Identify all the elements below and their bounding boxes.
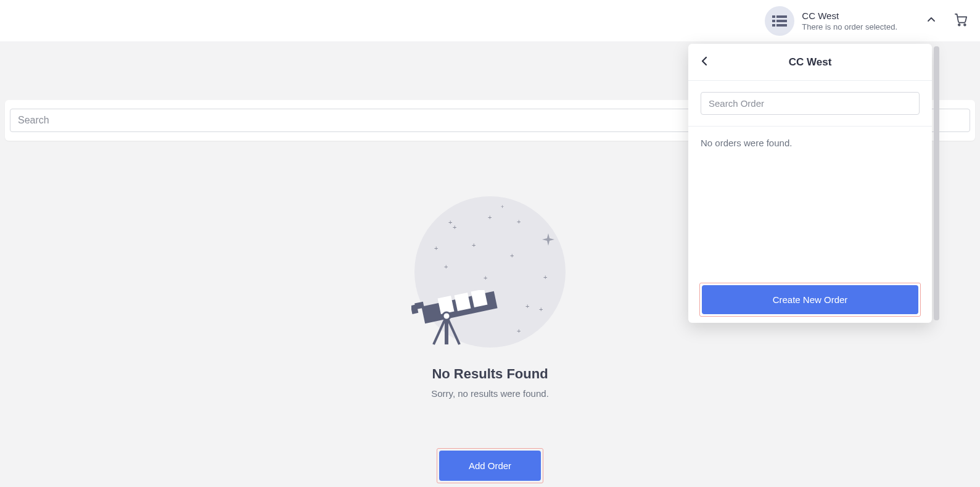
- svg-rect-4: [772, 24, 775, 27]
- svg-rect-5: [776, 24, 787, 27]
- dropdown-header: CC West: [688, 44, 932, 81]
- dropdown-search-area: [688, 81, 932, 127]
- account-selector[interactable]: CC West There is no order selected.: [765, 6, 936, 36]
- telescope-illustration: + + + + + + + + + + + + + +: [414, 196, 566, 348]
- dropdown-footer: Create New Order: [688, 277, 932, 323]
- svg-point-6: [958, 23, 960, 25]
- order-dropdown-panel: CC West No orders were found. Create New…: [688, 44, 932, 323]
- svg-rect-2: [772, 20, 775, 22]
- account-avatar-icon: [765, 6, 794, 36]
- svg-line-16: [447, 316, 459, 344]
- app-header: CC West There is no order selected.: [0, 0, 980, 41]
- cart-icon[interactable]: [954, 13, 968, 29]
- dropdown-body: No orders were found.: [688, 127, 932, 277]
- account-text-block: CC West There is no order selected.: [802, 10, 897, 31]
- svg-point-17: [443, 312, 450, 320]
- account-name: CC West: [802, 10, 897, 21]
- add-order-button[interactable]: Add Order: [439, 451, 541, 481]
- chevron-up-icon: [927, 15, 936, 27]
- no-orders-text: No orders were found.: [701, 138, 792, 148]
- dropdown-scrollbar[interactable]: [934, 46, 939, 320]
- dropdown-title: CC West: [789, 56, 832, 69]
- svg-rect-1: [776, 15, 787, 18]
- svg-rect-0: [772, 15, 775, 18]
- order-search-input[interactable]: [701, 92, 920, 115]
- add-order-highlight: Add Order: [437, 448, 543, 483]
- back-icon[interactable]: [701, 56, 708, 69]
- svg-rect-3: [776, 20, 787, 22]
- empty-state-title: No Results Found: [432, 366, 548, 382]
- empty-state-subtitle: Sorry, no results were found.: [431, 388, 549, 399]
- svg-point-7: [964, 23, 966, 25]
- account-subtitle: There is no order selected.: [802, 22, 897, 31]
- create-order-highlight: Create New Order: [699, 283, 921, 317]
- create-new-order-button[interactable]: Create New Order: [702, 285, 918, 314]
